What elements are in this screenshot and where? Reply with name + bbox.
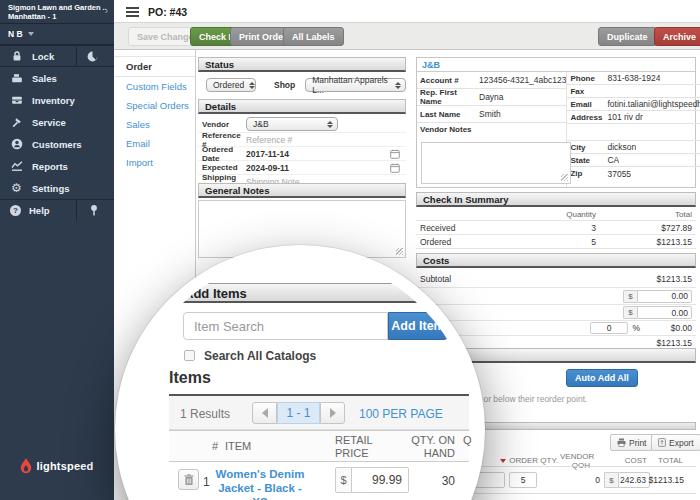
resize-handle[interactable]: [561, 174, 568, 181]
all-labels-button[interactable]: All Labels: [283, 27, 344, 46]
chevron-right-icon: ›: [105, 5, 108, 16]
duplicate-button[interactable]: Duplicate: [598, 27, 657, 46]
zip-value[interactable]: 37055: [607, 169, 631, 179]
email-value[interactable]: fotini.taliani@lightspeedh: [607, 99, 700, 109]
expected-label: Expected: [198, 163, 246, 172]
help-button[interactable]: ? Help: [0, 199, 114, 221]
sidebar-item-sales[interactable]: Sales: [0, 67, 114, 89]
cost-input-group[interactable]: $ 242.63: [604, 472, 650, 488]
menu-toggle-icon[interactable]: [126, 7, 139, 17]
chevron-right-icon: [330, 408, 336, 418]
sidebar-item-label: Customers: [32, 139, 82, 150]
delete-item-button[interactable]: [178, 469, 199, 490]
store-location: Manhattan - 1: [8, 13, 106, 22]
per-page-link[interactable]: 100 PER PAGE: [359, 407, 443, 421]
calendar-icon[interactable]: [390, 163, 400, 175]
check-in-columns: Quantity Total: [416, 209, 696, 221]
rep-first-name-value[interactable]: Dayna: [479, 92, 504, 102]
received-total: $727.89: [661, 223, 692, 233]
clock-out-icon[interactable]: [86, 50, 100, 64]
quantity-column: Quantity: [566, 210, 596, 219]
user-menu[interactable]: N B: [0, 24, 114, 45]
status-row: Ordered Shop Manhattan Apparels L...: [198, 78, 406, 92]
currency-prefix: $: [623, 306, 637, 319]
last-name-value[interactable]: Smith: [479, 109, 501, 119]
ordered-date-label: Ordered Date: [198, 145, 246, 163]
sidebar-item-customers[interactable]: Customers: [0, 133, 114, 155]
discount-input[interactable]: 0: [590, 322, 628, 334]
select-stepper-icon: [249, 82, 255, 89]
discount-total: $0.00: [671, 323, 692, 333]
sidebar-item-label: Reports: [32, 161, 68, 172]
city-value[interactable]: dickson: [607, 142, 636, 152]
next-page-button[interactable]: [320, 402, 345, 424]
item-search-input[interactable]: [183, 312, 388, 340]
status-section-header: Status: [198, 57, 406, 72]
order-qty-input[interactable]: [509, 472, 537, 488]
lock-icon: [10, 50, 23, 63]
auto-add-all-button[interactable]: Auto Add All: [566, 369, 638, 387]
nav-item-email[interactable]: Email: [114, 134, 195, 153]
archive-button[interactable]: Archive: [654, 27, 700, 46]
num-column: #: [212, 440, 218, 453]
gear-icon: ⚙: [10, 182, 23, 195]
flame-icon: [20, 458, 32, 474]
sidebar-item-lock[interactable]: Lock: [0, 45, 114, 67]
email-label: Email: [567, 98, 607, 111]
nav-item-special-orders[interactable]: Special Orders: [114, 96, 195, 115]
sidebar-item-service[interactable]: Service: [0, 111, 114, 133]
costs-total-value: $1213.15: [657, 338, 692, 348]
sidebar: Sigmon Lawn and Garden ... Manhattan - 1…: [0, 0, 114, 500]
total-column: TOTAL: [650, 456, 683, 465]
shop-select[interactable]: Manhattan Apparels L...: [305, 78, 406, 92]
nav-item-order[interactable]: Order: [114, 56, 195, 77]
store-switcher[interactable]: Sigmon Lawn and Garden ... Manhattan - 1…: [0, 0, 114, 24]
export-button[interactable]: Export: [651, 434, 700, 451]
pin-icon[interactable]: [88, 204, 100, 219]
cost-input[interactable]: 242.63: [618, 472, 650, 488]
help-label: Help: [29, 205, 50, 216]
vendor-label: Vendor: [198, 120, 246, 129]
nav-item-import[interactable]: Import: [114, 153, 195, 172]
state-label: State: [567, 154, 607, 167]
address-value[interactable]: 101 riv dr: [607, 112, 642, 122]
ordered-date-value[interactable]: 2017-11-14: [246, 149, 289, 159]
currency-prefix: $: [623, 290, 637, 303]
account-value[interactable]: 123456-4321_4abc123: [479, 75, 566, 85]
expected-value[interactable]: 2024-09-11: [246, 163, 289, 173]
received-qty: 3: [591, 223, 596, 233]
add-item-button[interactable]: Add Item: [388, 312, 448, 340]
nav-item-custom-fields[interactable]: Custom Fields: [114, 77, 195, 96]
fee-input-2[interactable]: 0.00: [637, 306, 692, 319]
results-count: 1 Results: [180, 407, 230, 421]
fee-input-1[interactable]: 0.00: [637, 290, 692, 303]
page-range: 1 - 1: [277, 402, 320, 424]
state-value[interactable]: CA: [607, 155, 619, 165]
shop-label: Shop: [274, 80, 295, 90]
address-label: Address: [567, 111, 607, 124]
status-select[interactable]: Ordered: [206, 78, 256, 92]
calendar-icon[interactable]: [390, 149, 400, 161]
search-all-catalogs-checkbox[interactable]: [184, 350, 195, 361]
nav-item-sales[interactable]: Sales: [114, 115, 195, 134]
retail-price-input[interactable]: [352, 467, 409, 493]
sidebar-item-reports[interactable]: Reports: [0, 155, 114, 177]
sort-desc-icon[interactable]: [500, 459, 506, 463]
select-stepper-icon: [395, 82, 401, 89]
vendor-notes-textarea[interactable]: [421, 142, 571, 184]
phone-value[interactable]: 831-638-1924: [607, 73, 660, 83]
sidebar-item-settings[interactable]: ⚙ Settings: [0, 177, 114, 199]
sidebar-item-inventory[interactable]: Inventory: [0, 89, 114, 111]
vendor-select[interactable]: J&B: [246, 117, 338, 131]
sidebar-item-label: Inventory: [32, 95, 75, 106]
resize-handle[interactable]: [396, 248, 403, 255]
rep-first-name-label: Rep. First Name: [417, 86, 479, 108]
person-icon: [10, 138, 23, 151]
item-name-link[interactable]: Women's Denim Jacket - Black - XS: [215, 467, 305, 500]
reference-input[interactable]: Reference #: [246, 135, 292, 145]
vendor-title-link[interactable]: J&B: [417, 58, 695, 72]
print-button[interactable]: Print: [610, 434, 653, 451]
page-header: [114, 0, 700, 22]
prev-page-button[interactable]: [252, 402, 277, 424]
sidebar-item-label: Settings: [32, 183, 69, 194]
